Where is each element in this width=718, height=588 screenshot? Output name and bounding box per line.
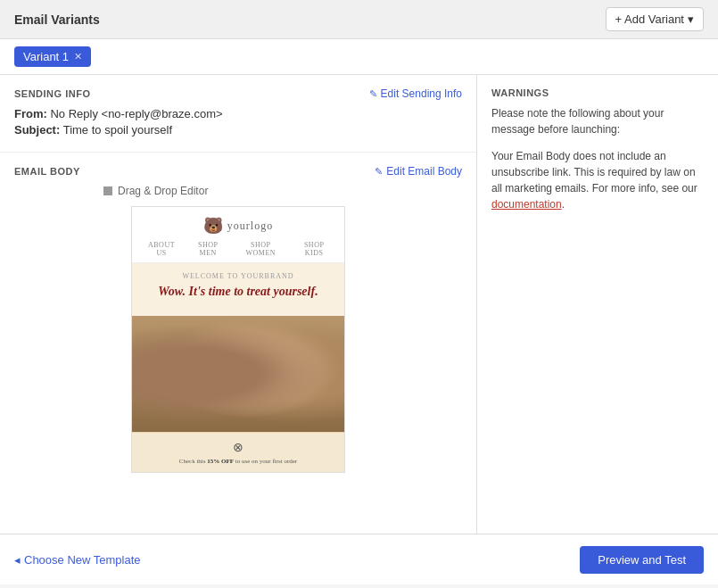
preview-welcome: WELCOME TO YOURBRAND <box>143 272 334 280</box>
preview-people <box>132 316 344 432</box>
nav-kids: SHOP KIDS <box>294 241 334 257</box>
right-panel: WARNINGS Please note the following about… <box>477 75 718 534</box>
drag-drop-label: Drag & Drop Editor <box>103 185 462 197</box>
add-variant-label: + Add Variant <box>615 12 684 26</box>
left-panel: SENDING INFO ✎ Edit Sending Info From: N… <box>0 75 477 534</box>
pencil-icon: ✎ <box>375 166 383 178</box>
add-variant-button[interactable]: + Add Variant ▾ <box>606 7 704 31</box>
nav-about: ABOUT US <box>143 241 180 257</box>
preview-headline: Wow. It's time to treat yourself. <box>143 284 334 300</box>
email-body-header: EMAIL BODY ✎ Edit Email Body <box>14 165 462 178</box>
sending-info-title: SENDING INFO <box>14 88 90 99</box>
choose-template-link[interactable]: ◂ Choose New Template <box>14 553 141 567</box>
preview-header: 🐻 yourlogo ABOUT US SHOP MEN SHOP WOMEN … <box>132 207 344 263</box>
main-content: SENDING INFO ✎ Edit Sending Info From: N… <box>0 75 718 534</box>
from-value: No Reply <no-reply@braze.com> <box>50 107 222 120</box>
from-label: From: <box>14 107 47 120</box>
email-body-section: EMAIL BODY ✎ Edit Email Body Drag & Drop… <box>0 153 476 485</box>
from-line: From: No Reply <no-reply@braze.com> <box>14 107 462 120</box>
preview-nav: ABOUT US SHOP MEN SHOP WOMEN SHOP KIDS <box>143 241 334 257</box>
warnings-title: WARNINGS <box>491 87 704 98</box>
preview-footer: ⊗ Check this 15% OFF to use on your firs… <box>132 432 344 472</box>
preview-discount-text: Check this 15% OFF to use on your first … <box>143 458 334 465</box>
top-header: Email Variants + Add Variant ▾ <box>0 0 718 39</box>
bear-icon: 🐻 <box>203 216 223 236</box>
warnings-detail-text: Your Email Body does not include an unsu… <box>491 150 697 195</box>
edit-email-body-label: Edit Email Body <box>386 165 462 178</box>
drag-drop-icon <box>103 186 112 195</box>
preview-body: WELCOME TO YOURBRAND Wow. It's time to t… <box>132 263 344 316</box>
subject-label: Subject: <box>14 123 60 137</box>
close-variant-icon[interactable]: ✕ <box>74 51 82 62</box>
subject-value: Time to spoil yourself <box>63 123 172 137</box>
pencil-icon: ✎ <box>369 88 377 100</box>
discount-icon: ⊗ <box>143 440 334 455</box>
page-title: Email Variants <box>14 12 100 27</box>
edit-sending-info-link[interactable]: ✎ Edit Sending Info <box>369 87 462 100</box>
logo-text: yourlogo <box>227 219 273 233</box>
sending-info-section: SENDING INFO ✎ Edit Sending Info From: N… <box>0 75 476 153</box>
variant-1-tab[interactable]: Variant 1 ✕ <box>14 46 91 67</box>
drag-drop-text: Drag & Drop Editor <box>118 185 208 197</box>
tabs-bar: Variant 1 ✕ <box>0 39 718 75</box>
edit-email-body-link[interactable]: ✎ Edit Email Body <box>375 165 462 178</box>
documentation-link[interactable]: documentation <box>491 198 562 211</box>
nav-men: SHOP MEN <box>189 241 227 257</box>
warnings-intro: Please note the following about your mes… <box>491 105 704 137</box>
warnings-suffix: . <box>562 198 565 211</box>
subject-line: Subject: Time to spoil yourself <box>14 123 462 137</box>
email-body-title: EMAIL BODY <box>14 166 80 177</box>
choose-template-label: Choose New Template <box>24 553 141 567</box>
email-preview: 🐻 yourlogo ABOUT US SHOP MEN SHOP WOMEN … <box>131 206 345 473</box>
nav-women: SHOP WOMEN <box>235 241 285 257</box>
chevron-down-icon: ▾ <box>688 12 694 26</box>
preview-logo: 🐻 yourlogo <box>143 216 334 236</box>
edit-sending-info-label: Edit Sending Info <box>381 87 462 100</box>
preview-image <box>132 316 344 432</box>
preview-and-test-button[interactable]: Preview and Test <box>580 546 704 574</box>
footer-bar: ◂ Choose New Template Preview and Test <box>0 534 718 584</box>
variant-tab-label: Variant 1 <box>23 50 69 63</box>
sending-info-header: SENDING INFO ✎ Edit Sending Info <box>14 87 462 100</box>
left-arrow-icon: ◂ <box>14 553 21 567</box>
warnings-detail: Your Email Body does not include an unsu… <box>491 148 704 212</box>
